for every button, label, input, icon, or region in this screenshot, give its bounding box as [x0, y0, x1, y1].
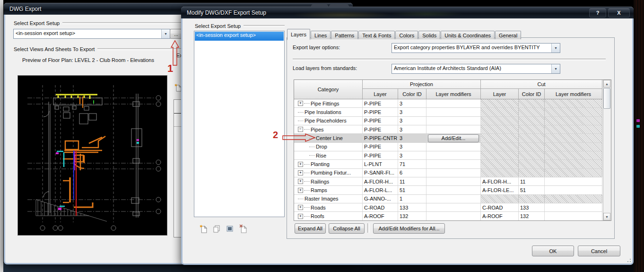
projection-layer-cell[interactable]: P-PIPE — [363, 108, 398, 116]
table-row[interactable]: Pipe InsulationsP-PIPE3 — [294, 108, 602, 116]
expand-icon[interactable]: + — [298, 205, 303, 210]
cut-modifiers-cell[interactable] — [545, 186, 602, 194]
expand-icon[interactable]: + — [298, 188, 303, 193]
projection-modifiers-cell[interactable] — [426, 143, 481, 151]
tab-colors[interactable]: Colors — [395, 31, 418, 39]
projection-modifiers-cell[interactable] — [426, 160, 481, 168]
collapse-all-button[interactable]: Collapse All — [329, 223, 365, 234]
cut-color-id-cell[interactable]: 133 — [519, 203, 545, 211]
load-layers-combobox[interactable]: American Institute of Architects Standar… — [392, 64, 560, 74]
category-cell[interactable]: +Pipe Fittings — [294, 99, 363, 107]
combobox-dropdown-icon[interactable]: ▼ — [551, 44, 560, 53]
tab-units-coordinates[interactable]: Units & Coordinates — [441, 31, 495, 39]
expand-icon[interactable]: + — [298, 101, 303, 106]
col-cut-layer[interactable]: Layer — [481, 89, 519, 99]
ok-button[interactable]: OK — [532, 246, 574, 256]
category-cell[interactable]: +Planting — [294, 160, 363, 168]
projection-color-id-cell[interactable]: 3 — [398, 99, 426, 107]
col-proj-layer-modifiers[interactable]: Layer modifiers — [426, 89, 481, 99]
cut-modifiers-cell[interactable] — [545, 177, 602, 185]
category-cell[interactable]: Pipe Insulations — [294, 108, 363, 116]
modify-dialog-titlebar[interactable]: Modify DWG/DXF Export Setup ? X — [181, 7, 634, 18]
projection-layer-cell[interactable]: L-PLNT — [363, 160, 398, 168]
category-cell[interactable]: +Plumbing Fixtur... — [294, 169, 363, 177]
projection-layer-cell[interactable]: P-PIPE — [363, 143, 398, 151]
projection-color-id-cell[interactable]: 3 — [398, 134, 426, 142]
projection-color-id-cell[interactable]: 3 — [398, 108, 426, 116]
projection-layer-cell[interactable]: A-FLOR-H... — [363, 177, 398, 185]
table-row[interactable]: +Pipe FittingsP-PIPE3 — [294, 99, 602, 108]
table-row[interactable]: +PlantingL-PLNT71 — [294, 160, 602, 168]
projection-color-id-cell[interactable]: 6 — [398, 169, 426, 177]
new-export-setup-icon[interactable] — [199, 224, 208, 233]
category-cell[interactable]: Drop — [294, 143, 363, 151]
projection-layer-cell[interactable]: C-ROAD — [363, 203, 398, 211]
export-setup-listbox[interactable]: <in-session export setup> — [194, 31, 285, 217]
col-cut[interactable]: Cut — [481, 80, 602, 89]
projection-layer-cell[interactable]: P-PIPE — [363, 117, 398, 125]
projection-color-id-cell[interactable]: 3 — [398, 117, 426, 125]
tab-patterns[interactable]: Patterns — [331, 31, 358, 39]
projection-layer-cell[interactable]: P-PIPE — [363, 99, 398, 107]
projection-layer-cell[interactable]: A-ROOF — [363, 212, 398, 220]
expand-all-button[interactable]: Expand All — [295, 223, 326, 234]
cancel-button[interactable]: Cancel — [578, 246, 620, 256]
expand-icon[interactable]: + — [298, 214, 303, 219]
cut-modifiers-cell[interactable] — [545, 203, 602, 211]
table-row[interactable]: +Plumbing Fixtur...P-SANR-FI...6 — [294, 169, 602, 177]
expand-icon[interactable]: + — [298, 162, 303, 167]
col-category[interactable]: Category — [294, 80, 363, 99]
projection-modifiers-cell[interactable] — [426, 151, 481, 159]
cut-modifiers-cell[interactable] — [545, 212, 602, 220]
projection-modifiers-cell[interactable] — [426, 203, 481, 211]
tab-text-fonts[interactable]: Text & Fonts — [358, 31, 395, 39]
projection-layer-cell[interactable]: G-ANNO-... — [363, 195, 398, 203]
category-cell[interactable]: Pipe Placeholders — [294, 117, 363, 125]
projection-layer-cell[interactable]: P-PIPE — [363, 125, 398, 133]
projection-modifiers-cell[interactable] — [426, 125, 481, 133]
tab-general[interactable]: General — [495, 31, 521, 39]
cut-color-id-cell[interactable]: 51 — [519, 186, 545, 194]
table-row[interactable]: DropP-PIPE3 — [294, 143, 602, 151]
table-row[interactable]: −PipesP-PIPE3 — [294, 125, 602, 134]
export-setup-combobox[interactable]: <in-session export setup> ▼ — [13, 29, 170, 39]
table-row[interactable]: Pipe PlaceholdersP-PIPE3 — [294, 117, 602, 125]
projection-color-id-cell[interactable]: 11 — [398, 177, 426, 185]
modify-export-setup-button[interactable]: ... — [170, 29, 183, 39]
export-layer-options-combobox[interactable]: Export category properties BYLAYER and o… — [392, 43, 560, 53]
projection-modifiers-cell[interactable] — [426, 99, 481, 107]
projection-color-id-cell[interactable]: 3 — [398, 143, 426, 151]
cut-layer-cell[interactable]: A-FLOR-H... — [481, 177, 519, 185]
col-proj-color-id[interactable]: Color ID — [398, 89, 426, 99]
table-row[interactable]: +RailingsA-FLOR-H...11A-FLOR-H...11 — [294, 177, 602, 186]
cut-layer-cell[interactable]: A-FLOR-LE... — [481, 186, 519, 194]
projection-modifiers-cell[interactable] — [426, 169, 481, 177]
projection-color-id-cell[interactable]: 1 — [398, 195, 426, 203]
projection-modifiers-cell[interactable] — [426, 177, 481, 185]
front-close-button[interactable]: X — [608, 8, 630, 18]
col-cut-layer-modifiers[interactable]: Layer modifiers — [545, 89, 602, 99]
projection-color-id-cell[interactable]: 132 — [398, 212, 426, 220]
scrollbar-thumb[interactable] — [603, 88, 610, 109]
add-edit-modifiers-all-button[interactable]: Add/Edit Modifiers for All... — [373, 223, 445, 234]
projection-modifiers-cell[interactable] — [426, 212, 481, 220]
table-row[interactable]: +RoadsC-ROAD133C-ROAD133 — [294, 203, 602, 212]
category-cell[interactable]: +Roofs — [294, 212, 363, 220]
combobox-dropdown-icon[interactable]: ▼ — [161, 29, 170, 38]
category-cell[interactable]: Raster Images — [294, 195, 363, 203]
rename-export-setup-icon[interactable] — [225, 224, 235, 233]
projection-color-id-cell[interactable]: 51 — [398, 186, 426, 194]
category-cell[interactable]: +Roads — [294, 203, 363, 211]
tab-solids[interactable]: Solids — [418, 31, 440, 39]
tab-layers[interactable]: Layers — [287, 29, 310, 40]
projection-modifiers-cell[interactable] — [426, 186, 481, 194]
projection-color-id-cell[interactable]: 133 — [398, 203, 426, 211]
col-cut-color-id[interactable]: Color ID — [519, 89, 545, 99]
scroll-up-icon[interactable]: ▲ — [603, 80, 610, 88]
projection-color-id-cell[interactable]: 71 — [398, 160, 426, 168]
projection-color-id-cell[interactable]: 3 — [398, 125, 426, 133]
cut-color-id-cell[interactable]: 132 — [519, 212, 545, 220]
category-cell[interactable]: +Railings — [294, 177, 363, 185]
col-proj-layer[interactable]: Layer — [363, 89, 398, 99]
table-row[interactable]: RiseP-PIPE3 — [294, 151, 602, 160]
